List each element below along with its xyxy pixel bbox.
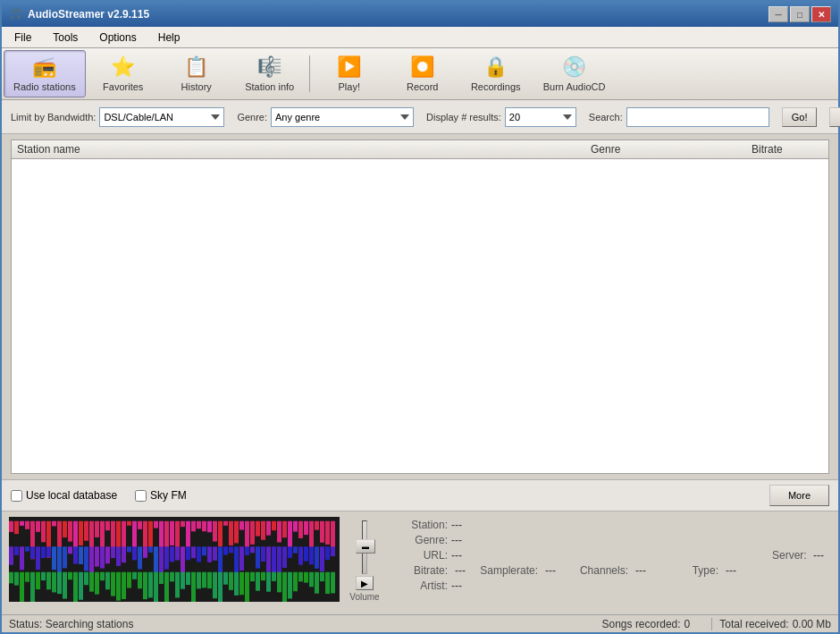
station-row: Station: --- [390,519,831,531]
bitrate-value: --- [455,564,466,577]
more-button[interactable]: More [769,485,829,506]
genre-label: Genre: [237,112,267,123]
genre-row: Genre: --- [390,534,831,546]
genre-info-value: --- [451,534,462,546]
sky-fm-checkbox[interactable] [135,490,147,502]
player-area: ▬ ▶ Volume Station: --- Genre: --- URL: … [2,511,838,614]
bandwidth-label: Limit by Bandwidth: [11,112,96,123]
menu-options[interactable]: Options [94,30,141,46]
station-table: Station name Genre Bitrate [11,139,829,474]
local-db-label: Use local database [26,489,117,502]
play-label: Play! [338,81,359,92]
toolbar-burn[interactable]: 💿 Burn AudioCD [533,50,616,97]
url-value: --- [451,549,462,562]
title-buttons: ─ □ ✕ [769,6,831,22]
toolbar-history[interactable]: 📋 History [161,50,232,97]
songs-recorded-label: Songs recorded: [602,618,681,630]
volume-knob[interactable]: ▬ [356,539,375,554]
col-station-name: Station name [17,143,591,156]
col-genre: Genre [591,143,752,156]
visualizer-canvas [9,517,340,602]
total-received-label: Total received: [719,618,788,630]
toolbar: 📻 Radio stations ⭐ Favorites 📋 History 🎼… [2,48,838,100]
artist-value: --- [451,579,462,592]
radio-stations-label: Radio stations [13,81,76,92]
toolbar-radio-stations[interactable]: 📻 Radio stations [4,50,86,97]
title-bar: 🎵 AudioStreamer v2.9.115 ─ □ ✕ [2,2,838,27]
station-value: --- [451,519,462,531]
bitrate-label: Bitrate: [390,564,448,577]
type-value: --- [726,564,736,577]
status-bar: Status: Searching stations Songs recorde… [2,614,838,632]
toolbar-play[interactable]: ▶️ Play! [314,50,385,97]
volume-arrow[interactable]: ▶ [356,576,374,590]
recordings-icon: 🔒 [483,55,508,79]
app-title: AudioStreamer v2.9.115 [28,8,149,21]
volume-control: ▬ ▶ Volume [347,517,382,602]
type-label: Type: [660,564,718,577]
burn-icon: 💿 [562,55,586,79]
url-row: URL: --- Server: --- [390,549,831,562]
recordings-label: Recordings [471,81,521,92]
content-area: Station name Genre Bitrate [2,134,838,479]
songs-recorded-value: 0 [685,618,691,630]
close-button[interactable]: ✕ [811,6,831,22]
table-header: Station name Genre Bitrate [12,140,828,159]
menu-file[interactable]: File [9,30,37,46]
history-label: History [181,81,212,92]
app-window: 🎵 AudioStreamer v2.9.115 ─ □ ✕ File Tool… [0,0,840,634]
record-label: Record [407,81,438,92]
station-info-icon: 🎼 [257,55,281,79]
display-group: Display # results: 20 50 100 [426,107,576,127]
maximize-button[interactable]: □ [790,6,810,22]
menu-bar: File Tools Options Help [2,27,838,48]
main-area: Station name Genre Bitrate Use local dat… [2,134,838,632]
local-db-checkbox[interactable] [11,490,22,502]
artist-label: Artist: [390,579,448,592]
visualizer [9,517,340,602]
bitrate-row: Bitrate: --- Samplerate: --- Channels: -… [390,564,831,577]
bottom-options: Use local database Sky FM More [2,479,838,511]
radio-stations-icon: 📻 [32,55,56,79]
toolbar-record[interactable]: ⏺️ Record [387,50,458,97]
genre-select[interactable]: Any genre Rock Pop Jazz [271,107,414,127]
channels-value: --- [635,564,646,577]
favorites-icon: ⭐ [111,55,135,79]
menu-tools[interactable]: Tools [47,30,83,46]
bandwidth-select[interactable]: DSL/Cable/LAN 56k Modem Any Bandwidth [99,107,224,127]
toolbar-recordings[interactable]: 🔒 Recordings [460,50,532,97]
app-icon: 🎵 [9,8,22,21]
play-icon: ▶️ [337,55,361,79]
url-label: URL: [390,549,448,562]
burn-label: Burn AudioCD [543,81,606,92]
favorites-label: Favorites [103,81,143,92]
search-input[interactable] [626,107,769,127]
toolbar-separator-1 [309,55,310,92]
artist-row: Artist: --- [390,579,831,592]
toolbar-favorites[interactable]: ⭐ Favorites [88,50,159,97]
display-label: Display # results: [426,112,501,123]
toolbar-station-info[interactable]: 🎼 Station info [234,50,306,97]
bandwidth-group: Limit by Bandwidth: DSL/Cable/LAN 56k Mo… [11,107,224,127]
station-info-panel: Station: --- Genre: --- URL: --- Server:… [390,517,831,592]
search-group: Search: [589,107,769,127]
table-body [12,159,828,473]
display-select[interactable]: 20 50 100 [505,107,576,127]
col-bitrate: Bitrate [752,143,823,156]
volume-track: ▬ [362,520,367,574]
record-icon: ⏺️ [410,55,434,79]
menu-help[interactable]: Help [153,30,186,46]
volume-label: Volume [349,592,379,602]
samplerate-label: Samplerate: [480,564,538,577]
station-info-label: Station info [245,81,294,92]
go-button[interactable]: Go! [782,107,818,127]
minimize-button[interactable]: ─ [769,6,788,22]
sky-fm-label: Sky FM [150,489,187,502]
station-label: Station: [390,519,448,531]
genre-info-label: Genre: [390,534,448,546]
channels-label: Channels: [570,564,628,577]
reset-button[interactable]: Reset [829,107,840,127]
title-bar-left: 🎵 AudioStreamer v2.9.115 [9,8,149,21]
search-label: Search: [589,112,623,123]
sky-fm-group: Sky FM [135,489,187,502]
